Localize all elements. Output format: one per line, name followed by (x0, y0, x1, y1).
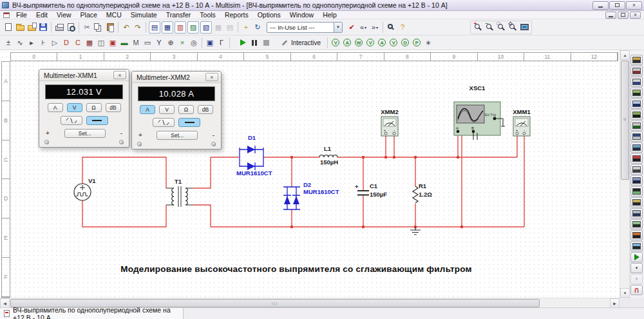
place-cmos-button[interactable]: C (72, 37, 84, 49)
logic-analyzer-button[interactable] (630, 153, 643, 164)
menu-view[interactable]: View (52, 11, 76, 19)
distortion-analyzer-button[interactable] (630, 175, 643, 186)
menu-place[interactable]: Place (76, 11, 102, 19)
xmm2-close-button[interactable]: × (205, 73, 218, 81)
menu-options[interactable]: Options (253, 11, 285, 19)
xmm1-set-button[interactable]: Set... (64, 129, 106, 138)
menu-reports[interactable]: Reports (220, 11, 253, 19)
place-indicator-button[interactable]: ▣ (107, 37, 118, 49)
menu-file[interactable]: File (12, 11, 32, 19)
forward-annotate-button[interactable]: »▾ (369, 21, 381, 34)
menu-tools[interactable]: Tools (195, 11, 220, 19)
print-button[interactable] (53, 21, 65, 34)
menu-window[interactable]: Window (285, 11, 318, 19)
function-generator-button[interactable] (630, 66, 643, 76)
horizontal-scroll-thumb[interactable] (10, 299, 540, 307)
create-component-button[interactable]: + (240, 21, 252, 34)
scroll-left-arrow[interactable]: ◀ (0, 298, 10, 308)
zoom-fit-button[interactable]: ◇ (507, 21, 518, 34)
place-ttl-button[interactable]: D (61, 37, 72, 49)
minimize-button[interactable] (592, 1, 609, 10)
instrument-xmm2[interactable]: + - XMM2 (381, 108, 398, 136)
pause-button[interactable] (249, 37, 260, 49)
xmm2-db-button[interactable]: dB (198, 105, 213, 114)
mdi-restore-button[interactable] (618, 12, 629, 19)
zoom-fullscreen-button[interactable] (518, 21, 530, 34)
word-generator-button[interactable] (630, 131, 643, 142)
logic-converter-button[interactable] (630, 142, 643, 153)
probe-settings-button[interactable]: ∗ (422, 37, 434, 49)
xmm1-volt-button[interactable]: V (67, 103, 82, 112)
grapher-button[interactable]: ▨ (187, 21, 199, 34)
multimeter-xmm2-window[interactable]: Multimeter-XMM2 × 10.028 A A V Ω dB + Se… (131, 71, 222, 150)
scroll-down-arrow[interactable]: ▼ (620, 288, 630, 298)
place-diode-button[interactable]: ▸ (26, 37, 37, 49)
place-transistor-button[interactable]: ⊦ (37, 37, 49, 49)
component-v1[interactable]: V1 (74, 177, 96, 200)
xmm1-close-button[interactable]: × (113, 71, 126, 79)
spectrum-analyzer-button[interactable] (630, 186, 643, 197)
probe-voltage-button[interactable]: V (330, 37, 341, 49)
open-button[interactable] (14, 21, 26, 34)
menu-mcu[interactable]: MCU (102, 11, 126, 19)
xmm1-ampere-button[interactable]: A (48, 103, 63, 112)
place-rf-button[interactable]: Y (153, 37, 165, 49)
xmm2-volt-button[interactable]: V (159, 105, 175, 114)
tektronix-oscilloscope-button[interactable] (630, 241, 643, 251)
component-l1[interactable]: L1 150µH (319, 145, 338, 166)
mdi-minimize-button[interactable] (605, 12, 616, 19)
horizontal-scrollbar[interactable]: ◀ ▶ (0, 298, 620, 307)
vertical-scrollbar[interactable]: ▲ ▼ (620, 50, 629, 298)
menu-help[interactable]: Help (318, 11, 341, 19)
xmm2-ohm-button[interactable]: Ω (178, 105, 194, 114)
xmm1-dc-button[interactable] (86, 116, 108, 125)
spice-netlist-viewer-button[interactable]: ▥ (175, 21, 186, 34)
place-power-button[interactable]: ▬ (118, 37, 130, 49)
copy-button[interactable] (93, 21, 104, 34)
database-merge-button[interactable]: ↻ (252, 21, 263, 34)
place-analog-button[interactable]: ▷ (49, 37, 61, 49)
instrument-xsc1[interactable]: Ext Trig A B XSC1 (454, 84, 505, 140)
print-preview-button[interactable] (65, 21, 77, 34)
place-mcu-button[interactable]: ◎ (188, 37, 200, 49)
place-misc-digital-button[interactable]: ▦ (84, 37, 95, 49)
interactive-simulation-button[interactable]: Interactive (277, 37, 325, 48)
erc-button[interactable]: ✔ (346, 21, 357, 34)
zoom-in-button[interactable]: + (472, 21, 484, 34)
four-channel-oscilloscope-button[interactable] (630, 99, 643, 109)
maximize-button[interactable] (609, 1, 625, 10)
xmm1-ac-button[interactable] (61, 116, 82, 125)
xmm1-db-button[interactable]: dB (106, 103, 121, 112)
spreadsheet-view-button[interactable]: ▦ (162, 21, 173, 34)
component-t1[interactable]: T1 (166, 178, 193, 207)
zoom-out-button[interactable]: − (484, 21, 495, 34)
probe-digital-button[interactable]: D (399, 37, 411, 49)
current-clamp-button[interactable]: ⊂ (630, 285, 643, 295)
place-source-button[interactable]: ± (3, 37, 14, 49)
redo-button[interactable]: ↷ (132, 21, 144, 34)
place-bus-button[interactable]: Γ (216, 37, 227, 49)
vertical-scroll-thumb[interactable] (621, 61, 629, 180)
xmm2-plus-terminal[interactable] (137, 142, 142, 146)
multimeter-xmm1-window[interactable]: Multimeter-XMM1 × 12.031 V A V Ω dB + Se… (39, 69, 129, 148)
xmm1-minus-terminal[interactable] (119, 140, 124, 144)
xmm2-window-titlebar[interactable]: Multimeter-XMM2 × (132, 72, 221, 83)
cut-button[interactable]: ✂ (81, 21, 93, 34)
component-c1[interactable]: + C1 150µF (355, 182, 387, 198)
schematic-canvas[interactable]: V1 T1 D1 MUR1610CT (0, 50, 620, 298)
design-toolbox-button[interactable]: ▤ (149, 21, 160, 34)
xmm1-ohm-button[interactable]: Ω (86, 103, 102, 112)
close-button[interactable]: × (626, 1, 642, 10)
probe-voltage-current-button[interactable]: A (376, 37, 388, 49)
xmm1-plus-terminal[interactable] (44, 140, 49, 144)
menu-simulate[interactable]: Simulate (126, 11, 162, 19)
oscilloscope-button[interactable] (630, 88, 643, 98)
hierarchical-block-button[interactable]: ▣ (204, 37, 216, 49)
xmm2-ac-button[interactable] (153, 118, 175, 127)
agilent-function-generator-button[interactable] (630, 208, 643, 218)
ground-symbol[interactable] (410, 227, 421, 235)
place-ni-components-button[interactable]: × (176, 37, 188, 49)
in-use-list-dropdown[interactable]: --- In-Use List --- ▼ (267, 22, 343, 33)
bode-plotter-button[interactable] (630, 110, 643, 120)
network-analyzer-button[interactable] (630, 197, 643, 208)
